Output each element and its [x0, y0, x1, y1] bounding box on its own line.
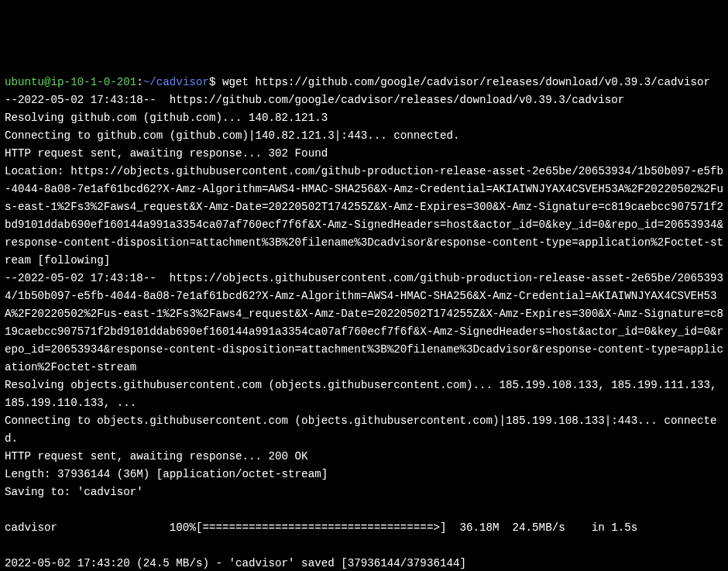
output-line: --2022-05-02 17:43:18-- https://github.c… [5, 94, 624, 106]
prompt-line-1: ubuntu@ip-10-1-0-201:~/cadvisor$ wget ht… [5, 76, 710, 88]
prompt-dollar: $ [209, 76, 222, 88]
output-line: Saving to: 'cadvisor' [5, 486, 143, 498]
output-line: Length: 37936144 (36M) [application/octe… [5, 468, 328, 480]
terminal-content[interactable]: ubuntu@ip-10-1-0-201:~/cadvisor$ wget ht… [5, 76, 723, 571]
prompt-colon: : [136, 76, 143, 88]
command-wget: wget https://github.com/google/cadvisor/… [222, 76, 710, 88]
output-line: Location: https://objects.githubusercont… [5, 165, 723, 267]
output-line: HTTP request sent, awaiting response... … [5, 450, 308, 463]
output-progress-line: cadvisor 100%[==========================… [5, 521, 637, 534]
output-line: HTTP request sent, awaiting response... … [5, 147, 328, 160]
output-line: Resolving objects.githubusercontent.com … [5, 379, 723, 409]
prompt-user-host: ubuntu@ip-10-1-0-201 [5, 76, 136, 88]
prompt-path: ~/cadvisor [143, 76, 209, 88]
output-line: 2022-05-02 17:43:20 (24.5 MB/s) - 'cadvi… [5, 557, 466, 569]
output-line: --2022-05-02 17:43:18-- https://objects.… [5, 272, 723, 373]
output-line: Connecting to github.com (github.com)|14… [5, 129, 459, 142]
output-line: Resolving github.com (github.com)... 140… [5, 112, 328, 124]
output-line: Connecting to objects.githubusercontent.… [5, 414, 717, 445]
